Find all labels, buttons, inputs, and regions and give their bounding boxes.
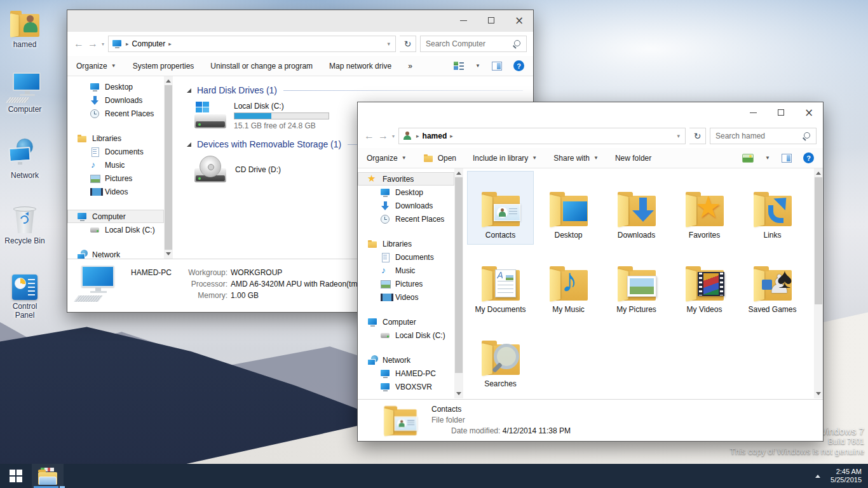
desktop-icon-recycle-bin[interactable]: Recycle Bin (0, 203, 50, 245)
maximize-button[interactable] (477, 10, 505, 30)
change-view-icon[interactable] (742, 154, 754, 163)
desktop-icon-network[interactable]: Network (0, 137, 50, 180)
preview-pane-icon[interactable] (782, 154, 792, 163)
minimize-button[interactable] (449, 10, 477, 30)
refresh-button[interactable]: ↻ (689, 128, 706, 144)
back-button[interactable]: ← (364, 131, 374, 141)
sidebar-item-documents[interactable]: Documents (358, 250, 454, 264)
preview-pane-icon[interactable] (492, 62, 502, 71)
folder-tile-my-videos[interactable]: My Videos (671, 245, 738, 319)
address-bar[interactable]: ▸ hamed ▸ ▾ (398, 128, 686, 144)
chevron-down-icon[interactable]: ▼ (475, 63, 480, 69)
open-button[interactable]: Open (423, 153, 456, 163)
address-bar[interactable]: ▸ Computer ▸ ▾ (108, 36, 396, 52)
show-hidden-icons-icon[interactable] (815, 475, 820, 478)
folder-tile-my-music[interactable]: My Music (535, 245, 602, 319)
chevron-down-icon[interactable]: ▼ (765, 155, 770, 161)
sidebar-item-recent-places[interactable]: Recent Places (358, 212, 454, 226)
sidebar-item-pictures[interactable]: Pictures (358, 277, 454, 290)
folder-tile-favorites[interactable]: Favorites (671, 171, 738, 245)
scroll-up-icon[interactable] (166, 79, 171, 83)
content-scrollbar[interactable] (814, 168, 823, 398)
sidebar-item-music[interactable]: Music (67, 158, 164, 172)
scroll-up-icon[interactable] (456, 172, 461, 175)
include-in-library-menu[interactable]: Include in library▼ (473, 154, 537, 163)
taskbar-file-explorer-button[interactable] (32, 464, 64, 488)
map-network-drive-button[interactable]: Map network drive (329, 62, 391, 71)
search-box[interactable] (710, 128, 817, 144)
sidebar-item-computer[interactable]: Computer (358, 315, 454, 329)
scroll-down-icon[interactable] (816, 392, 821, 395)
new-folder-button[interactable]: New folder (615, 154, 651, 163)
back-button[interactable]: ← (74, 39, 84, 49)
sidebar-item-recent-places[interactable]: Recent Places (67, 107, 164, 120)
sidebar-item-libraries[interactable]: Libraries (67, 132, 164, 145)
sidebar-item-videos[interactable]: Videos (358, 290, 454, 304)
sidebar-item-downloads[interactable]: Downloads (358, 199, 454, 212)
scroll-down-icon[interactable] (456, 392, 461, 395)
help-icon[interactable]: ? (803, 152, 814, 163)
folder-tile-contacts[interactable]: Contacts (467, 171, 534, 245)
desktop-icon-computer[interactable]: Computer (0, 71, 50, 114)
search-input[interactable] (715, 132, 799, 140)
system-properties-button[interactable]: System properties (133, 62, 194, 71)
sidebar-item-videos[interactable]: Videos (67, 185, 164, 198)
maximize-button[interactable] (767, 102, 795, 123)
breadcrumb[interactable]: hamed (423, 132, 447, 140)
address-dropdown-icon[interactable]: ▾ (673, 133, 684, 139)
help-icon[interactable]: ? (513, 60, 524, 71)
scroll-down-icon[interactable] (166, 252, 171, 255)
title-bar[interactable]: × (67, 10, 533, 32)
change-view-icon[interactable] (454, 61, 464, 71)
sidebar-item-music[interactable]: Music (358, 264, 454, 277)
title-bar[interactable]: × (358, 102, 823, 124)
nav-history-dropdown-icon[interactable]: ▾ (392, 133, 395, 139)
folder-tile-saved-games[interactable]: ♟ Saved Games (739, 245, 806, 319)
sidebar-item-network[interactable]: Network (358, 353, 454, 367)
organize-menu[interactable]: Organize▼ (367, 154, 407, 163)
taskbar-clock[interactable]: 2:45 AM 5/25/2015 (831, 468, 862, 484)
scroll-up-icon[interactable] (816, 172, 821, 175)
scrollbar-thumb[interactable] (455, 177, 463, 373)
sidebar-item-hamed-pc[interactable]: HAMED-PC (358, 367, 454, 380)
forward-button[interactable]: → (88, 39, 98, 49)
address-dropdown-icon[interactable]: ▾ (383, 41, 394, 47)
minimize-button[interactable] (739, 102, 767, 123)
close-button[interactable]: × (505, 10, 533, 30)
search-box[interactable] (420, 36, 527, 52)
breadcrumb[interactable]: Computer (132, 39, 166, 48)
sidebar-item-libraries[interactable]: Libraries (358, 237, 454, 250)
sidebar-item-documents[interactable]: Documents (67, 145, 164, 158)
sidebar-item-desktop[interactable]: Desktop (358, 186, 454, 199)
sidebar-item-vboxsvr[interactable]: VBOXSVR (358, 380, 454, 393)
folder-tile-searches[interactable]: Searches (467, 320, 534, 393)
sidebar-scrollbar[interactable] (164, 76, 173, 259)
sidebar-item-local-disk[interactable]: Local Disk (C:) (67, 223, 164, 236)
refresh-button[interactable]: ↻ (400, 36, 416, 52)
folder-tile-links[interactable]: Links (739, 171, 806, 245)
sidebar-item-computer[interactable]: Computer (67, 210, 164, 223)
sidebar-item-downloads[interactable]: Downloads (67, 93, 164, 107)
share-with-menu[interactable]: Share with▼ (553, 154, 599, 163)
sidebar-item-network[interactable]: Network (67, 248, 164, 259)
group-header-hard-disks[interactable]: Hard Disk Drives (1) (187, 85, 533, 95)
sidebar-item-desktop[interactable]: Desktop (67, 80, 164, 93)
close-button[interactable]: × (795, 102, 823, 123)
nav-history-dropdown-icon[interactable]: ▾ (102, 41, 104, 47)
desktop-icon-hamed[interactable]: hamed (0, 6, 50, 49)
desktop-icon-control-panel[interactable]: Control Panel (0, 268, 50, 320)
sidebar-scrollbar[interactable] (454, 168, 463, 398)
search-input[interactable] (426, 39, 509, 48)
folder-tile-my-pictures[interactable]: My Pictures (603, 245, 670, 319)
start-button[interactable] (0, 464, 32, 488)
organize-menu[interactable]: Organize▼ (76, 62, 116, 71)
sidebar-item-favorites[interactable]: Favorites (358, 172, 454, 186)
scrollbar-thumb[interactable] (165, 85, 172, 250)
scrollbar-thumb[interactable] (815, 177, 822, 304)
toolbar-overflow-button[interactable]: » (408, 62, 412, 71)
uninstall-program-button[interactable]: Uninstall or change a program (210, 62, 313, 71)
folder-tile-desktop[interactable]: Desktop (535, 171, 602, 245)
forward-button[interactable]: → (378, 131, 388, 141)
sidebar-item-local-disk[interactable]: Local Disk (C:) (358, 329, 454, 342)
folder-tile-downloads[interactable]: Downloads (603, 171, 670, 245)
